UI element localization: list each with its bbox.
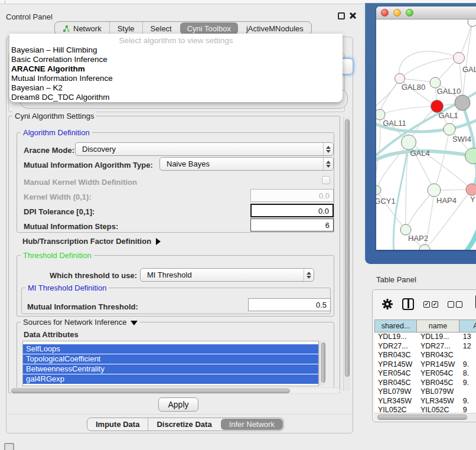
table-row[interactable]: YDL19...YDL19...13: [374, 332, 476, 342]
node-gcy1[interactable]: [376, 185, 381, 195]
table-cell[interactable]: YPR145W: [417, 360, 459, 370]
table-cell[interactable]: YDR27...: [374, 342, 417, 351]
collapse-arrow-icon[interactable]: [131, 321, 138, 325]
settings-horizontal-scrollbar[interactable]: [9, 387, 340, 394]
table-cell[interactable]: 9.: [459, 379, 476, 388]
list-vertical-scrollbar[interactable]: [319, 341, 326, 386]
dropdown-item[interactable]: Bayesian – Hill Climbing: [9, 45, 343, 55]
tab-select[interactable]: Select: [142, 22, 180, 35]
table-cell[interactable]: 8.: [459, 369, 476, 379]
dropdown-item-selected[interactable]: ARACNE Algorithm: [9, 64, 343, 74]
settings-vertical-scrollbar[interactable]: [343, 117, 350, 391]
node-gal4[interactable]: [402, 135, 416, 150]
table-cell[interactable]: YER054C: [374, 369, 417, 379]
node-gal1[interactable]: [444, 123, 455, 135]
dpi-tolerance-field[interactable]: 0.0: [250, 204, 334, 217]
table-cell[interactable]: YDR27...: [417, 342, 459, 351]
manual-kernel-checkbox[interactable]: [322, 176, 330, 184]
network-edge[interactable]: [376, 79, 400, 108]
node-gal80[interactable]: [395, 74, 405, 84]
table-horizontal-scrollbar[interactable]: [374, 413, 476, 420]
table-cell[interactable]: YBR043C: [417, 351, 459, 360]
table-cell[interactable]: YLR345W: [417, 397, 459, 406]
mi-steps-field[interactable]: 6: [250, 219, 334, 231]
table-cell[interactable]: YPR145W: [374, 360, 417, 370]
deselect-all-checkboxes-icon[interactable]: [448, 301, 462, 308]
table-cell[interactable]: YBR043C: [374, 351, 417, 360]
float-window-icon[interactable]: [338, 12, 345, 19]
network-edge[interactable]: [462, 22, 472, 103]
dropdown-item[interactable]: Mutual Information Inference: [9, 74, 343, 83]
list-item[interactable]: TopologicalCoefficient: [23, 354, 318, 364]
table-cell[interactable]: 9.: [459, 360, 476, 370]
hub-definition-expander[interactable]: Hub/Transcription Factor Definition: [22, 237, 161, 246]
aracne-mode-combobox[interactable]: Discovery: [75, 142, 334, 156]
minimize-traffic-light-icon[interactable]: [393, 9, 401, 17]
table-row[interactable]: YPR145WYPR145W9.: [374, 360, 476, 370]
scrollbar-thumb[interactable]: [11, 389, 290, 393]
table-cell[interactable]: 12: [459, 342, 476, 351]
table-cell[interactable]: YER054C: [417, 369, 459, 379]
kernel-width-field[interactable]: 0.0: [250, 189, 334, 202]
split-panel-icon[interactable]: [402, 298, 414, 310]
table-row[interactable]: YLR345WYLR345W9.: [374, 397, 476, 406]
table-cell[interactable]: [459, 387, 476, 397]
table-cell[interactable]: YBR045C: [374, 379, 417, 388]
table-row[interactable]: YBR043CYBR043C: [374, 351, 476, 360]
network-edge[interactable]: [434, 129, 449, 190]
node-hap4[interactable]: [428, 184, 441, 197]
network-canvas[interactable]: GALGAL80GAL10GAL1GAL11SWI4GAL4GCY1HAP4YH…: [376, 19, 476, 250]
column-header[interactable]: name: [417, 319, 459, 332]
tab-discretize-data[interactable]: Discretize Data: [148, 418, 220, 431]
apply-button[interactable]: Apply: [158, 397, 198, 412]
mi-threshold-field[interactable]: 0.5: [248, 298, 331, 311]
tab-style[interactable]: Style: [109, 22, 142, 35]
node-y[interactable]: [466, 184, 476, 195]
scrollbar-thumb[interactable]: [321, 343, 325, 383]
column-header[interactable]: shared...: [374, 319, 417, 332]
dropdown-item[interactable]: Basic Correlation Inference: [9, 55, 343, 64]
table-cell[interactable]: YBL079W: [417, 387, 459, 397]
tab-infer-network[interactable]: Infer Network: [221, 419, 283, 430]
zoom-traffic-light-icon[interactable]: [406, 9, 413, 17]
table-row[interactable]: YBL079WYBL079W: [374, 387, 476, 397]
table-cell[interactable]: YBL079W: [374, 387, 417, 397]
tab-impute-data[interactable]: Impute Data: [87, 418, 148, 431]
data-attributes-list[interactable]: SelfLoops TopologicalCoefficient Between…: [22, 341, 319, 386]
close-icon[interactable]: [349, 12, 357, 19]
table-cell[interactable]: 9.: [459, 397, 476, 406]
tab-cyni-toolbox[interactable]: Cyni Toolbox: [180, 22, 238, 34]
mi-type-combobox[interactable]: Naive Bayes: [159, 157, 334, 171]
node-swi4[interactable]: [465, 148, 476, 164]
network-edge[interactable]: [406, 190, 434, 230]
node-top[interactable]: [468, 19, 476, 27]
dock-panel-icon[interactable]: [4, 443, 14, 450]
table-cell[interactable]: YDL19...: [417, 332, 459, 342]
which-threshold-combobox[interactable]: MI Threshold: [140, 268, 314, 282]
list-item[interactable]: SelfLoops: [23, 344, 318, 354]
table-cell[interactable]: YLR345W: [374, 397, 417, 406]
select-all-checkboxes-icon[interactable]: ✓✓: [423, 301, 438, 308]
table-row[interactable]: YER054CYER054C8.: [374, 369, 476, 379]
network-edge[interactable]: [380, 106, 437, 115]
scrollbar-thumb[interactable]: [345, 119, 350, 377]
dropdown-item[interactable]: Bayesian – K2: [9, 83, 343, 93]
table-row[interactable]: YDR27...YDR27...12: [374, 342, 476, 351]
table-cell[interactable]: YDL19...: [374, 332, 417, 342]
network-edge[interactable]: [464, 214, 476, 250]
scrollbar-thumb[interactable]: [377, 415, 467, 420]
dropdown-item[interactable]: Dream8 DC_TDC Algorithm: [9, 93, 343, 102]
table-cell[interactable]: [459, 351, 476, 360]
node-pink-top[interactable]: [454, 53, 465, 64]
list-item[interactable]: BetweennessCentrality: [23, 364, 318, 374]
node-gray[interactable]: [455, 95, 470, 110]
tab-jactivemnodules[interactable]: jActiveMNodules: [239, 22, 311, 35]
table-cell[interactable]: 13: [459, 332, 476, 342]
list-item[interactable]: gal4RGexp: [23, 374, 318, 384]
network-edge[interactable]: [400, 58, 459, 79]
column-header[interactable]: A: [459, 319, 476, 332]
table-row[interactable]: YBR045CYBR045C9.: [374, 379, 476, 388]
gear-icon[interactable]: [382, 299, 393, 309]
close-traffic-light-icon[interactable]: [381, 9, 389, 17]
network-edge[interactable]: [399, 51, 459, 79]
